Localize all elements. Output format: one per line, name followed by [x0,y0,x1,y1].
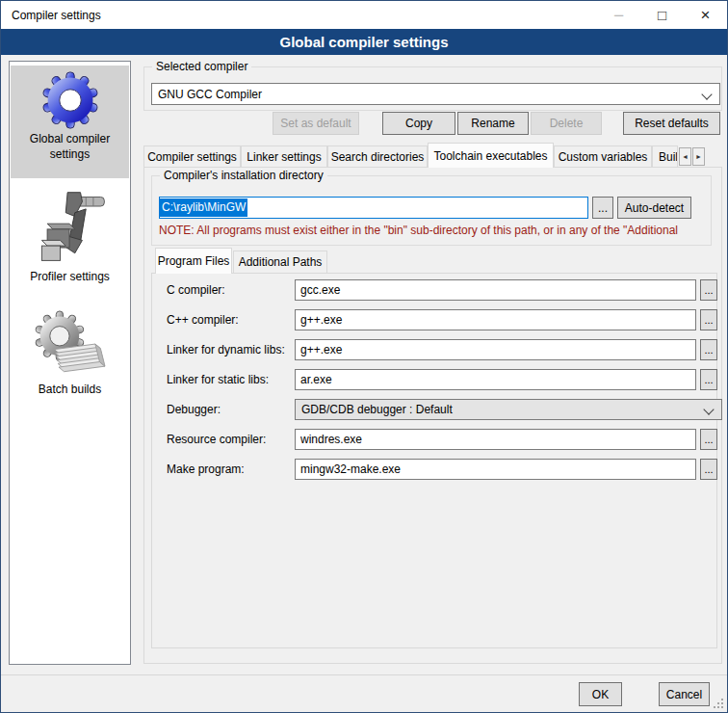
close-icon[interactable]: × [684,1,727,29]
chevron-down-icon [701,89,712,99]
maximize-icon[interactable]: □ [640,1,684,29]
linker-dynamic-label: Linker for dynamic libs: [167,339,285,360]
installation-directory-legend: Compiler's installation directory [160,169,327,182]
selected-compiler-legend: Selected compiler [152,60,251,73]
selected-path-text: C:\raylib\MinGW [160,198,247,217]
browse-directory-button[interactable]: ... [592,197,613,219]
debugger-select[interactable]: GDB/CDB debugger : Default [295,399,722,420]
linker-static-label: Linker for static libs: [167,369,269,390]
tab-custom-variables[interactable]: Custom variables [554,145,652,167]
linker-static-input[interactable] [295,369,696,390]
tab-scroll-right-icon[interactable]: ► [692,147,705,166]
tab-toolchain-executables[interactable]: Toolchain executables [428,143,554,168]
sidebar-item-global-compiler-settings[interactable]: Global compiler settings [11,66,129,178]
c-compiler-label: C compiler: [167,279,225,301]
tab-linker-settings[interactable]: Linker settings [241,145,327,167]
rename-button[interactable]: Rename [457,112,529,135]
tab-build-options[interactable]: Build options [652,145,678,167]
debugger-select-value: GDB/CDB debugger : Default [301,403,453,416]
browse-resource-compiler-button[interactable]: ... [700,429,717,450]
page-title: Global compiler settings [1,29,727,55]
compiler-settings-dialog: Compiler settings ─ □ × Global compiler … [0,0,728,713]
resource-compiler-input[interactable] [295,429,696,450]
reset-defaults-button[interactable]: Reset defaults [623,112,720,135]
ok-button[interactable]: OK [579,682,622,706]
tab-additional-paths[interactable]: Additional Paths [233,251,327,273]
set-as-default-button[interactable]: Set as default [273,112,359,135]
tab-scroll-left-icon[interactable]: ◄ [679,147,691,166]
gear-stack-icon [33,310,108,380]
window-title: Compiler settings [1,9,101,22]
gear-blue-icon [41,71,99,129]
settings-category-list: Global compiler settings Profiler settin… [9,61,131,665]
sidebar-item-label: Global compiler settings [11,129,129,168]
sidebar-item-batch-builds[interactable]: Batch builds [11,304,129,410]
auto-detect-button[interactable]: Auto-detect [617,197,691,219]
sidebar-item-label: Batch builds [11,380,129,403]
compiler-select[interactable]: GNU GCC Compiler [151,83,720,105]
compiler-select-value: GNU GCC Compiler [158,88,262,101]
chevron-down-icon [703,404,714,414]
resource-compiler-label: Resource compiler: [167,429,266,450]
browse-cpp-compiler-button[interactable]: ... [700,309,717,330]
make-program-input[interactable] [295,459,696,480]
footer-divider [1,674,727,675]
bin-subdirectory-note: NOTE: All programs must exist either in … [159,224,704,237]
delete-button[interactable]: Delete [531,112,602,135]
cpp-compiler-label: C++ compiler: [167,309,239,330]
minimize-icon[interactable]: ─ [597,1,640,29]
make-program-label: Make program: [167,459,245,480]
copy-button[interactable]: Copy [382,112,455,135]
caliper-icon [29,188,112,267]
titlebar-controls: ─ □ × [597,1,727,29]
browse-c-compiler-button[interactable]: ... [700,279,717,301]
tab-program-files[interactable]: Program Files [155,248,232,274]
debugger-label: Debugger: [167,399,221,420]
tab-search-directories[interactable]: Search directories [327,145,428,167]
c-compiler-input[interactable] [295,279,696,301]
tab-compiler-settings[interactable]: Compiler settings [143,145,241,167]
browse-linker-static-button[interactable]: ... [700,369,717,390]
sidebar-item-profiler-settings[interactable]: Profiler settings [11,182,129,300]
browse-linker-dynamic-button[interactable]: ... [700,339,717,360]
installation-directory-input[interactable]: C:\raylib\MinGW [159,197,588,219]
cancel-button[interactable]: Cancel [659,682,710,706]
linker-dynamic-input[interactable] [295,339,696,360]
cpp-compiler-input[interactable] [295,309,696,330]
titlebar: Compiler settings ─ □ × [1,1,727,29]
resize-grip[interactable] [714,699,724,709]
browse-make-program-button[interactable]: ... [700,459,717,480]
sidebar-item-label: Profiler settings [11,267,129,290]
